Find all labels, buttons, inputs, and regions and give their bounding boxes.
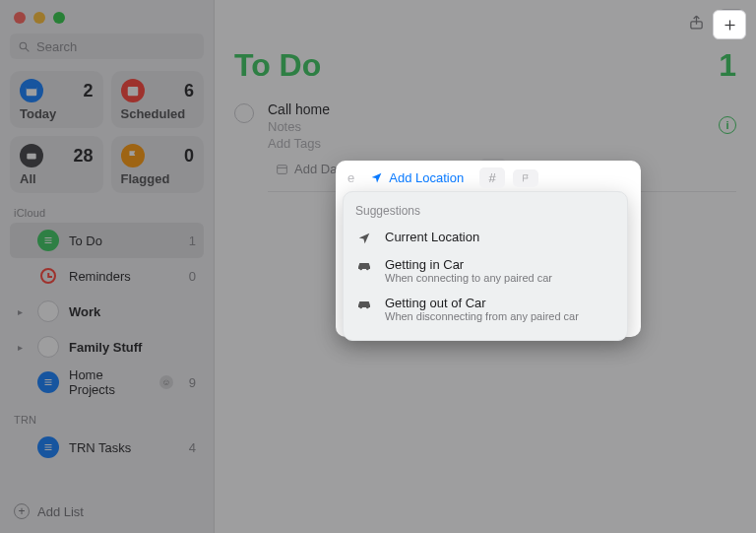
card-today[interactable]: 2 Today: [10, 71, 103, 128]
section-trn: ▸ TRN Tasks 4: [10, 430, 204, 465]
svg-point-23: [366, 306, 369, 309]
info-button[interactable]: i: [719, 116, 736, 134]
suggestion-getting-out-car[interactable]: Getting out of Car When disconnecting fr…: [353, 290, 617, 328]
list-name: TRN Tasks: [69, 440, 179, 455]
list-trn-tasks[interactable]: ▸ TRN Tasks 4: [10, 430, 204, 465]
add-tag-chip[interactable]: #: [479, 167, 505, 188]
add-flag-chip[interactable]: [513, 169, 538, 187]
toolbar: [215, 0, 756, 43]
hash-icon: #: [489, 170, 496, 185]
card-scheduled-count: 6: [184, 81, 194, 101]
suggestion-title: Current Location: [385, 230, 479, 244]
location-suggestions-popover: Suggestions Current Location Getting in …: [343, 191, 628, 341]
svg-line-1: [26, 48, 29, 51]
car-icon: [355, 259, 373, 271]
list-reminders[interactable]: ▸ Reminders 0: [10, 258, 204, 294]
tray-icon: [20, 144, 43, 167]
flag-icon: [121, 144, 145, 167]
card-today-count: 2: [83, 81, 93, 101]
location-arrow-icon: [355, 232, 373, 245]
list-name: Reminders: [69, 269, 179, 284]
list-title: To Do: [234, 47, 321, 84]
calendar-today-icon: [20, 79, 43, 102]
svg-rect-5: [27, 154, 35, 160]
shared-icon: ☺: [159, 375, 173, 389]
reminder-chips-highlight: e Add Location #: [347, 167, 538, 188]
reminder-addtags[interactable]: Add Tags: [268, 136, 736, 151]
chevron-right-icon[interactable]: ▸: [18, 306, 28, 317]
svg-rect-3: [27, 87, 37, 89]
suggestion-title: Getting in Car: [385, 257, 552, 272]
alarm-icon: [37, 268, 59, 284]
list-home-projects[interactable]: ▸ Home Projects ☺ 9: [10, 365, 204, 400]
list-bullet-icon: [37, 436, 59, 458]
list-work[interactable]: ▸ Work: [10, 294, 204, 329]
suggestion-desc: When disconnecting from any paired car: [385, 310, 579, 322]
sidebar: Search 2 Today 6 Scheduled 28: [0, 0, 215, 533]
flag-outline-icon: [521, 172, 531, 184]
complete-toggle[interactable]: [234, 103, 254, 123]
zoom-icon[interactable]: [53, 12, 65, 24]
svg-rect-4: [127, 87, 138, 96]
suggestion-title: Getting out of Car: [385, 296, 579, 310]
section-icloud-label: iCloud: [14, 207, 200, 219]
add-date-label-trunc: e: [347, 170, 354, 185]
svg-point-0: [20, 42, 27, 49]
folder-icon: [37, 300, 59, 322]
list-count: 0: [189, 269, 196, 284]
list-header: To Do 1: [215, 43, 756, 101]
card-all[interactable]: 28 All: [10, 136, 103, 193]
suggestion-desc: When connecting to any paired car: [385, 272, 552, 284]
info-icon: i: [725, 119, 728, 131]
section-trn-label: TRN: [14, 414, 200, 426]
card-all-count: 28: [73, 146, 93, 167]
card-today-label: Today: [20, 106, 94, 121]
list-header-count: 1: [719, 47, 736, 84]
list-name: Work: [69, 304, 186, 319]
card-flagged-label: Flagged: [121, 171, 195, 186]
smart-lists: 2 Today 6 Scheduled 28 All: [10, 71, 204, 193]
chevron-right-icon[interactable]: ▸: [18, 342, 28, 353]
card-scheduled-label: Scheduled: [121, 106, 195, 121]
car-icon: [355, 298, 373, 309]
folder-icon: [37, 336, 59, 358]
search-icon: [18, 40, 31, 53]
svg-point-21: [366, 268, 369, 271]
section-icloud: ▸ To Do 1 ▸ Reminders 0 ▸ Work ▸ Family …: [10, 223, 204, 400]
add-list-button[interactable]: + Add List: [10, 498, 204, 525]
list-count: 1: [189, 233, 196, 248]
share-button[interactable]: [683, 9, 709, 34]
search-placeholder: Search: [36, 39, 77, 54]
list-count: 9: [189, 375, 196, 390]
card-flagged[interactable]: 0 Flagged: [111, 136, 205, 193]
list-bullet-icon: [37, 371, 59, 393]
minimize-icon[interactable]: [33, 12, 45, 24]
suggestion-getting-in-car[interactable]: Getting in Car When connecting to any pa…: [353, 251, 617, 290]
calendar-icon: [276, 163, 288, 175]
svg-point-22: [359, 306, 362, 309]
list-bullet-icon: [37, 230, 59, 251]
list-name: To Do: [69, 233, 179, 248]
list-count: 4: [189, 440, 196, 455]
window-controls: [10, 8, 204, 33]
list-name: Family Stuff: [69, 340, 186, 355]
card-scheduled[interactable]: 6 Scheduled: [111, 71, 205, 128]
reminder-notes[interactable]: Notes: [268, 119, 736, 134]
location-arrow-icon: [370, 171, 383, 184]
add-location-chip[interactable]: Add Location: [362, 167, 472, 188]
svg-rect-18: [278, 166, 287, 174]
list-todo[interactable]: ▸ To Do 1: [10, 223, 204, 258]
search-input[interactable]: Search: [10, 33, 204, 59]
card-flagged-count: 0: [184, 146, 194, 167]
suggestion-current-location[interactable]: Current Location: [353, 224, 617, 251]
share-icon: [688, 14, 705, 31]
list-family-stuff[interactable]: ▸ Family Stuff: [10, 329, 204, 365]
add-location-label: Add Location: [389, 170, 464, 185]
suggestions-title: Suggestions: [353, 200, 617, 224]
reminder-title[interactable]: Call home: [268, 101, 736, 117]
close-icon[interactable]: [14, 12, 26, 24]
list-name: Home Projects: [69, 367, 150, 397]
add-reminder-button-highlight[interactable]: [713, 10, 746, 39]
calendar-icon: [121, 79, 145, 102]
card-all-label: All: [20, 171, 94, 186]
